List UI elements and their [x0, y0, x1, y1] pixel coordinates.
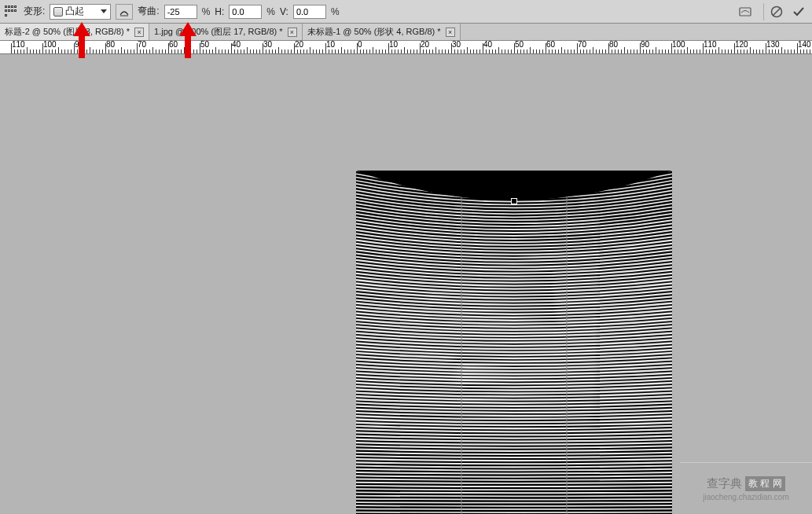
ruler-label: 120	[735, 41, 748, 49]
ruler-label: 110	[704, 41, 717, 49]
tab-label: 标题-2 @ 50% (图层 3, RGB/8) *	[5, 26, 130, 38]
ruler-label: 80	[609, 41, 618, 49]
ruler-label: 40	[232, 41, 241, 49]
ruler-label: 90	[641, 41, 649, 49]
bend-pct: %	[202, 6, 211, 17]
document-tab[interactable]: 1.jpg @ 100% (图层 17, RGB/8) * ×	[149, 24, 302, 40]
warped-layer[interactable]	[356, 171, 672, 514]
bend-label: 弯曲:	[138, 5, 159, 18]
ruler-label: 130	[766, 41, 780, 49]
ruler-label: 10	[326, 41, 335, 49]
h-distort-input[interactable]	[229, 5, 262, 19]
ruler-label: 0	[358, 41, 362, 49]
toggle-freeform-button[interactable]	[735, 3, 755, 20]
commit-transform-button[interactable]	[788, 3, 809, 20]
ruler-label: 100	[672, 41, 685, 49]
ruler-label: 50	[200, 41, 209, 49]
tab-close-button[interactable]: ×	[134, 28, 144, 37]
watermark-main: 查字典	[707, 476, 742, 491]
tab-close-button[interactable]: ×	[446, 28, 455, 37]
ruler-label: 60	[169, 41, 178, 49]
v-pct: %	[331, 6, 340, 17]
svg-rect-1	[740, 8, 751, 16]
v-distort-input[interactable]	[293, 5, 326, 19]
cancel-transform-button[interactable]	[763, 3, 784, 20]
warp-style-value: 凸起	[65, 5, 84, 18]
tab-label: 未标题-1 @ 50% (形状 4, RGB/8) *	[307, 26, 441, 38]
tab-close-button[interactable]: ×	[288, 28, 297, 37]
warp-mesh-icon[interactable]	[3, 4, 19, 20]
ruler-label: 30	[263, 41, 272, 49]
ruler-label: 80	[106, 41, 115, 49]
ruler-label: 140	[798, 41, 811, 49]
ruler-label: 70	[578, 41, 586, 49]
ruler-label: 70	[138, 41, 146, 49]
ruler-label: 10	[389, 41, 398, 49]
canvas-area[interactable]	[0, 54, 812, 514]
document-tab[interactable]: 标题-2 @ 50% (图层 3, RGB/8) * ×	[0, 24, 149, 40]
ruler-label: 110	[12, 41, 25, 49]
ruler-label: 40	[483, 41, 492, 49]
document-tab[interactable]: 未标题-1 @ 50% (形状 4, RGB/8) * ×	[303, 24, 461, 40]
ruler-label: 20	[295, 41, 303, 49]
bulge-preset-icon	[53, 7, 63, 17]
warp-center-handle[interactable]	[511, 198, 517, 204]
horizontal-ruler[interactable]: 1101009080706050403020100102030405060708…	[0, 41, 812, 54]
warp-label: 变形:	[24, 5, 45, 18]
h-distort-label: H:	[215, 6, 224, 17]
watermark-sub: jiaocheng.chazidian.com	[703, 493, 789, 501]
v-distort-label: V:	[280, 6, 288, 17]
ruler-label: 50	[515, 41, 524, 49]
ruler-label: 90	[75, 41, 83, 49]
h-pct: %	[266, 6, 275, 17]
ruler-label: 60	[546, 41, 555, 49]
warp-pattern	[356, 171, 672, 514]
ruler-label: 100	[43, 41, 57, 49]
ruler-label: 20	[421, 41, 429, 49]
tab-label: 1.jpg @ 100% (图层 17, RGB/8) *	[154, 26, 282, 38]
svg-line-3	[773, 8, 781, 16]
bend-input[interactable]	[164, 5, 197, 19]
chevron-down-icon	[101, 9, 107, 13]
warp-orientation-button[interactable]	[116, 4, 133, 20]
ruler-label: 30	[452, 41, 461, 49]
warp-options-bar: 变形: 凸起 弯曲: % H: % V: %	[0, 0, 812, 24]
document-tabs-bar: 标题-2 @ 50% (图层 3, RGB/8) * × 1.jpg @ 100…	[0, 24, 812, 41]
watermark: 查字典 教 程 网 jiaocheng.chazidian.com	[680, 462, 812, 514]
warp-style-dropdown[interactable]: 凸起	[50, 4, 111, 20]
watermark-badge: 教 程 网	[745, 476, 785, 491]
